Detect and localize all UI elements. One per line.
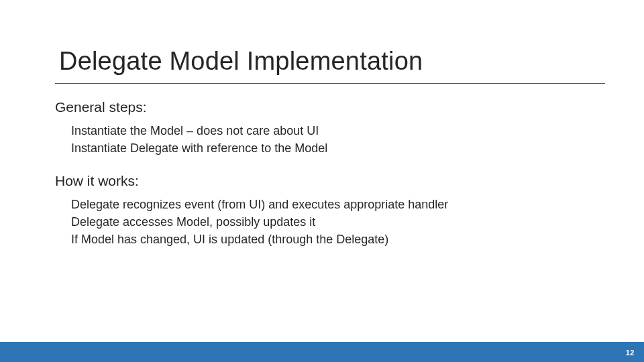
page-number: 12 — [626, 349, 635, 357]
slide-title: Delegate Model Implementation — [59, 47, 423, 76]
list-item: Instantiate Delegate with reference to t… — [71, 139, 327, 157]
section-items: Instantiate the Model – does not care ab… — [55, 122, 327, 157]
list-item: If Model has changed, UI is updated (thr… — [71, 231, 448, 248]
title-underline — [55, 83, 605, 84]
section-heading: How it works: — [55, 173, 448, 189]
list-item: Instantiate the Model – does not care ab… — [71, 122, 327, 139]
section-general-steps: General steps: Instantiate the Model – d… — [55, 99, 327, 157]
footer-bar — [0, 342, 644, 362]
section-how-it-works: How it works: Delegate recognizes event … — [55, 173, 448, 248]
list-item: Delegate recognizes event (from UI) and … — [71, 196, 448, 213]
list-item: Delegate accesses Model, possibly update… — [71, 213, 448, 231]
slide: Delegate Model Implementation General st… — [0, 0, 644, 362]
section-items: Delegate recognizes event (from UI) and … — [55, 196, 448, 248]
section-heading: General steps: — [55, 99, 327, 115]
